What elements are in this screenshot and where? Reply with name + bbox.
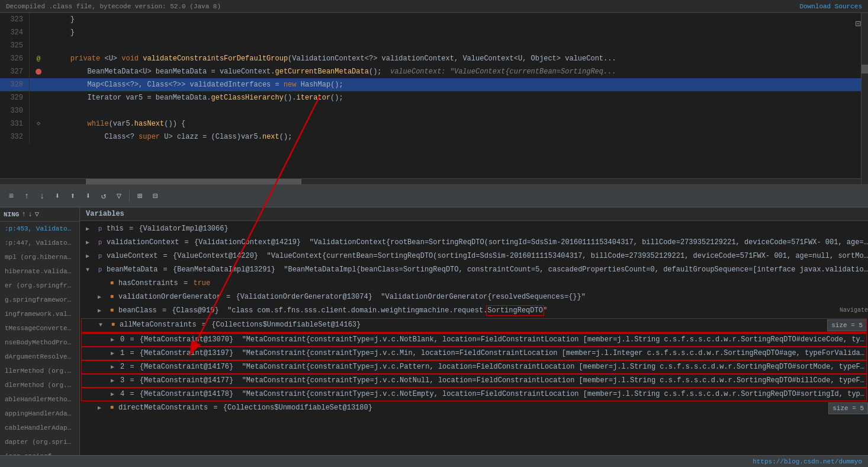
code-line-328: 328 Map<Class<?>, Class<?>> validatedInt… xyxy=(0,78,868,91)
var-hasConstraints-expand: ▶ xyxy=(98,279,107,289)
down-arrow-icon[interactable]: ↓ xyxy=(36,190,49,203)
var-directMetaConstraints[interactable]: ▶ ■ directMetaConstraints = {Collections… xyxy=(80,401,868,415)
status-bar: https://blog.csdn.net/dummyo xyxy=(0,455,868,467)
var-this-icon: p xyxy=(95,223,105,234)
var-meta4[interactable]: ▶ 4 = {MetaConstraint@14178} "MetaConstr… xyxy=(81,388,867,401)
call-stack-item-7[interactable]: tMessageConverterMe xyxy=(0,321,79,335)
call-stack-item-1[interactable]: :p:447, ValidatorImpl xyxy=(0,236,79,250)
code-hscrollbar[interactable] xyxy=(0,178,861,184)
var-directMetaConstraints-name: directMetaConstraints xyxy=(118,402,208,413)
code-line-327: 327 BeanMetaData<U> beanMetaData = value… xyxy=(0,65,868,78)
var-allMetaConstraints[interactable]: ▼ ■ allMetaConstraints = {Collections$Un… xyxy=(81,318,867,332)
var-beanClass-expand[interactable]: ▶ xyxy=(98,306,107,316)
var-meta3[interactable]: ▶ 3 = {MetaConstraint@14177} "MetaConstr… xyxy=(81,374,867,388)
call-stack-item-5[interactable]: g.springframework.b xyxy=(0,293,79,307)
code-line-331: 331 ◇ while(var5.hasNext()) { xyxy=(0,117,868,130)
code-scrollbar[interactable] xyxy=(861,13,868,184)
var-valueContext-expand[interactable]: ▶ xyxy=(86,251,95,262)
var-allMetaConstraints-ref: {Collections$UnmodifiableSet@14163} xyxy=(211,319,825,330)
call-stack-item-15[interactable]: dapter (org.springf xyxy=(0,435,79,449)
var-allMetaConstraints-icon: ■ xyxy=(108,319,118,330)
var-beanMetaData[interactable]: ▼ p beanMetaData = {BeanMetaDataImpl@132… xyxy=(80,263,868,277)
navigate-link[interactable]: Navigate xyxy=(840,305,868,316)
top-bar: Decompiled .class file, bytecode version… xyxy=(0,0,868,13)
var-beanClass[interactable]: ▶ ■ beanClass = {Class@919} "class com.s… xyxy=(80,304,868,318)
var-meta2-expand[interactable]: ▶ xyxy=(111,362,120,373)
code-scrollbar-thumb[interactable] xyxy=(861,65,868,73)
var-meta0[interactable]: ▶ 0 = {MetaConstraint@13070} "MetaConstr… xyxy=(81,333,867,347)
call-stack-item-10[interactable]: llerMethod (org.spr xyxy=(0,364,79,378)
var-validationContext-expand[interactable]: ▶ xyxy=(86,238,95,248)
down-bottom-icon[interactable]: ⬇ xyxy=(51,190,64,203)
call-stack-item-6[interactable]: ingframework.valida xyxy=(0,307,79,321)
var-tree: ▶ p this = {ValidatorImpl@13066} ▶ p val… xyxy=(80,221,868,417)
call-stack-item-13[interactable]: appingHandlerAdapter xyxy=(0,407,79,421)
filter-icon[interactable]: ▽ xyxy=(112,190,126,203)
var-beanClass-name: beanClass xyxy=(118,305,157,316)
var-validationContext-name: validationContext xyxy=(107,237,179,248)
call-stack-item-4[interactable]: er (org.springfram. xyxy=(0,279,79,293)
call-stack-item-0[interactable]: :p:453, ValidatorImp xyxy=(0,222,79,236)
call-stack-item-9[interactable]: dArgumentResolverCo xyxy=(0,350,79,364)
var-this-expand[interactable]: ▶ xyxy=(86,224,95,235)
up-arrow2-icon[interactable]: ⬆ xyxy=(66,190,79,203)
var-meta1-expand[interactable]: ▶ xyxy=(111,348,120,359)
var-validationOrderGenerator[interactable]: ▶ ■ validationOrderGenerator = {Validati… xyxy=(80,290,868,304)
var-meta4-expand[interactable]: ▶ xyxy=(111,389,120,400)
var-directMetaConstraints-icon: ■ xyxy=(107,402,117,413)
var-validationOrderGenerator-expand[interactable]: ▶ xyxy=(98,292,107,303)
var-meta1[interactable]: ▶ 1 = {MetaConstraint@13197} "MetaConstr… xyxy=(81,347,867,360)
var-directMetaConstraints-expand[interactable]: ▶ xyxy=(98,403,107,414)
download-sources-link[interactable]: Download Sources xyxy=(799,3,862,10)
toolbar-sep1 xyxy=(129,190,130,202)
code-line-325: 325 xyxy=(0,39,868,52)
var-beanMetaData-expand[interactable]: ▼ xyxy=(86,265,95,276)
down-arrow2-icon[interactable]: ⬇ xyxy=(82,190,95,203)
call-stack-item-3[interactable]: hibernate.validator xyxy=(0,264,79,279)
call-stack-item-14[interactable]: cableHandlerAdapter (o xyxy=(0,421,79,435)
var-meta3-expand[interactable]: ▶ xyxy=(111,376,120,386)
var-meta1-value: {MetaConstraint@13197} "MetaConstraint{c… xyxy=(140,348,867,359)
list-icon[interactable]: ≡ xyxy=(5,190,18,203)
call-stack-item-8[interactable]: nseBodyMethodProces xyxy=(0,335,79,350)
rotate-icon[interactable]: ↺ xyxy=(97,190,110,203)
var-meta0-name: 0 xyxy=(120,334,124,345)
minus-grid-icon[interactable]: ⊟ xyxy=(149,190,162,203)
var-directMetaConstraints-ref: {Collections$UnmodifiableSet@13180} xyxy=(223,402,826,413)
var-beanMetaData-name: beanMetaData xyxy=(107,264,157,275)
var-valueContext-icon: p xyxy=(95,251,105,261)
var-valueContext-value: {ValueContext@14220} "ValueContext{curre… xyxy=(173,251,868,261)
status-url: https://blog.csdn.net/dummyo xyxy=(753,458,862,465)
var-beanMetaData-value: {BeanMetaDataImpl@13291} "BeanMetaDataIm… xyxy=(173,264,868,275)
code-line-324: 324 } xyxy=(0,26,868,39)
filter-down-icon[interactable]: ↓ xyxy=(28,210,33,219)
variables-header: Variables xyxy=(80,207,868,221)
filter-label: NING xyxy=(4,211,19,218)
var-this-name: this xyxy=(107,223,124,234)
grid-icon[interactable]: ⊞ xyxy=(133,190,146,203)
var-beanMetaData-icon: p xyxy=(95,264,105,275)
code-line-330: 330 xyxy=(0,104,868,117)
up-arrow-icon[interactable]: ↑ xyxy=(20,190,33,203)
filter-up-icon[interactable]: ↑ xyxy=(21,210,25,219)
code-hscrollbar-thumb[interactable] xyxy=(86,179,301,184)
var-hasConstraints[interactable]: ▶ ■ hasConstraints = true xyxy=(80,277,868,290)
var-validationOrderGenerator-icon: ■ xyxy=(107,292,117,302)
var-validationContext[interactable]: ▶ p validationContext = {ValidationConte… xyxy=(80,236,868,250)
var-this[interactable]: ▶ p this = {ValidatorImpl@13066} xyxy=(80,222,868,236)
var-beanClass-value: {Class@919} "class com.sf.fns.sss.client… xyxy=(172,305,837,316)
var-meta0-expand[interactable]: ▶ xyxy=(111,335,120,346)
editor-expand-icon[interactable]: ⊡ xyxy=(855,18,861,30)
var-hasConstraints-value: true xyxy=(193,278,868,289)
filter-funnel-icon[interactable]: ▽ xyxy=(35,210,39,219)
var-allMetaConstraints-size: size = 5 xyxy=(827,319,867,331)
call-stack-item-2[interactable]: mpl (org.hibernate. xyxy=(0,250,79,264)
call-stack-filter-bar: NING ↑ ↓ ▽ xyxy=(0,207,79,222)
code-editor: ⊡ 323 } 324 } 325 326 xyxy=(0,13,868,185)
code-line-323: 323 } xyxy=(0,13,868,26)
var-meta2[interactable]: ▶ 2 = {MetaConstraint@14176} "MetaConstr… xyxy=(81,360,867,374)
call-stack-item-11[interactable]: dlerMethod (org.sp. xyxy=(0,378,79,392)
var-valueContext[interactable]: ▶ p valueContext = {ValueContext@14220} … xyxy=(80,250,868,263)
call-stack-item-12[interactable]: ableHandlerMethod ( xyxy=(0,392,79,407)
var-allMetaConstraints-expand[interactable]: ▼ xyxy=(99,320,108,331)
